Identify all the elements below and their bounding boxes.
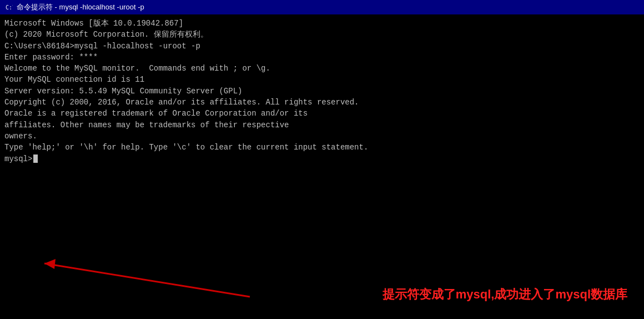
terminal-line: Server version: 5.5.49 MySQL Community S… — [4, 86, 640, 97]
svg-marker-3 — [44, 259, 56, 269]
terminal-line: Oracle is a registered trademark of Orac… — [4, 108, 640, 119]
cmd-icon: C:\ — [4, 3, 13, 12]
annotation-layer: 提示符变成了mysql,成功进入了mysql数据库 — [0, 252, 644, 319]
arrow-svg — [0, 247, 311, 302]
terminal-line: Welcome to the MySQL monitor. Commands e… — [4, 63, 640, 74]
title-bar: C:\ 命令提示符 - mysql -hlocalhost -uroot -p — [0, 0, 644, 14]
terminal-line: affiliates. Other names may be trademark… — [4, 119, 640, 131]
terminal-line: Copyright (c) 2000, 2016, Oracle and/or … — [4, 97, 640, 108]
annotation-text: 提示符变成了mysql,成功进入了mysql数据库 — [383, 286, 627, 303]
terminal-output: Microsoft Windows [版本 10.0.19042.867](c)… — [4, 18, 640, 153]
terminal-body[interactable]: Microsoft Windows [版本 10.0.19042.867](c)… — [0, 14, 644, 319]
prompt-line[interactable]: mysql> — [4, 153, 640, 165]
terminal-line: Your MySQL connection id is 11 — [4, 74, 640, 85]
svg-text:C:\: C:\ — [6, 4, 13, 11]
terminal-line: Type 'help;' or '\h' for help. Type '\c'… — [4, 142, 640, 153]
title-text: 命令提示符 - mysql -hlocalhost -uroot -p — [17, 2, 144, 12]
terminal-line: Microsoft Windows [版本 10.0.19042.867] — [4, 18, 640, 29]
terminal-line: C:\Users\86184>mysql -hlocalhost -uroot … — [4, 41, 640, 52]
terminal-line: Enter password: **** — [4, 52, 640, 63]
prompt-text: mysql> — [4, 153, 32, 165]
cursor — [33, 154, 38, 163]
terminal-line: (c) 2020 Microsoft Corporation. 保留所有权利。 — [4, 29, 640, 40]
svg-line-2 — [44, 263, 250, 297]
terminal-line: owners. — [4, 131, 640, 142]
